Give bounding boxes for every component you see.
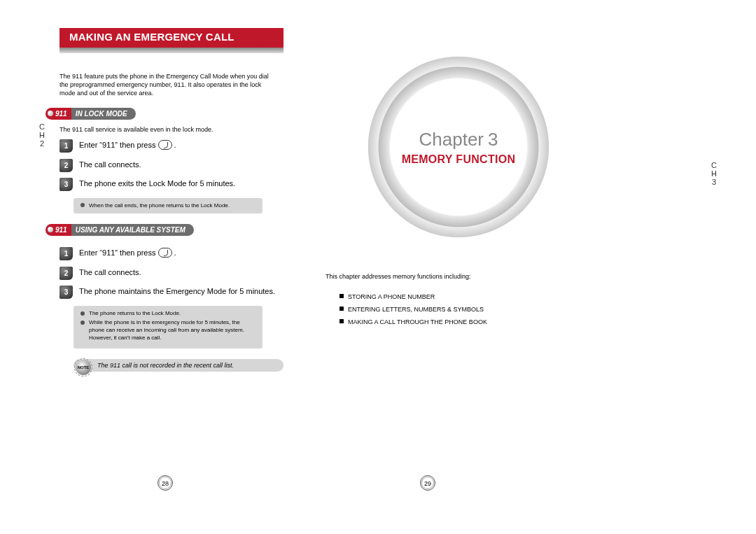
section-label: IN LOCK MODE <box>71 108 136 120</box>
send-key-icon <box>158 140 172 150</box>
section-heading-any-system: 911USING ANY AVAILABLE SYSTEM <box>46 224 194 237</box>
bullet-icon <box>80 321 85 325</box>
toc-item: ENTERING LETTERS, NUMBERS & SYMBOLS <box>340 303 487 316</box>
step-list-1: 1 Enter “911” then press . 2 The call co… <box>59 140 346 189</box>
step-number-icon: 1 <box>59 139 73 153</box>
section-label: USING ANY AVAILABLE SYSTEM <box>71 224 194 236</box>
step-number-icon: 2 <box>59 267 73 280</box>
step-number-icon: 2 <box>59 159 73 172</box>
page-left: MAKING AN EMERGENCY CALL The 911 feature… <box>0 0 378 534</box>
page-number: 28 <box>158 475 173 491</box>
page-number: 29 <box>420 475 435 491</box>
chapter-margin-marker: C H 3 <box>711 161 717 186</box>
section-prefix: 911 <box>46 224 71 236</box>
list-item: 3 The phone maintains the Emergency Mode… <box>59 286 284 297</box>
page-title-bar: MAKING AN EMERGENCY CALL <box>59 28 346 62</box>
chapter-label: Chapter <box>419 129 484 150</box>
toc-item: MAKING A CALL THROUGH THE PHONE BOOK <box>340 316 487 328</box>
note-item: While the phone is in the emergency mode… <box>89 319 255 342</box>
square-bullet-icon <box>340 319 344 323</box>
step-text: Enter “911” then press <box>79 141 155 149</box>
step-text: The phone maintains the Emergency Mode f… <box>79 287 275 295</box>
page-title: MAKING AN EMERGENCY CALL <box>69 31 234 43</box>
step-number-icon: 3 <box>59 286 73 299</box>
note-box: When the call ends, the phone returns to… <box>74 198 262 214</box>
chapter-intro: This chapter addresses memory functions … <box>326 273 606 280</box>
note-text: When the call ends, the phone returns to… <box>89 202 230 209</box>
title-bar-shadow <box>59 48 284 53</box>
step-number-icon: 1 <box>59 247 73 260</box>
step-text: The phone exits the Lock Mode for 5 minu… <box>79 179 235 188</box>
section-prefix: 911 <box>46 108 71 120</box>
section-heading-lock-mode: 911IN LOCK MODE <box>46 108 136 120</box>
note-badge-icon: NOTE <box>76 360 91 375</box>
chapter-title: MEMORY FUNCTION <box>402 153 516 166</box>
note-text: While the phone is in the emergency mode… <box>89 319 244 341</box>
footnote-text: The 911 call is not recorded in the rece… <box>97 362 234 369</box>
step-text: The call connects. <box>79 160 141 169</box>
bullet-icon <box>80 311 85 316</box>
step-list-2: 1 Enter “911” then press . 2 The call co… <box>59 248 346 297</box>
step-text: The call connects. <box>79 268 141 276</box>
note-text: The phone returns to the Lock Mode. <box>89 310 181 316</box>
list-item: 3 The phone exits the Lock Mode for 5 mi… <box>59 178 284 189</box>
list-item: 1 Enter “911” then press . <box>59 140 284 150</box>
square-bullet-icon <box>340 294 344 298</box>
toc-item: STORING A PHONE NUMBER <box>340 290 487 303</box>
bullet-icon <box>80 203 85 207</box>
intro-text: The 911 feature puts the phone in the Em… <box>59 72 270 97</box>
chapter-margin-marker: C H 2 <box>39 122 45 148</box>
section-intro: The 911 call service is available even i… <box>59 126 346 133</box>
step-number-icon: 3 <box>59 178 73 191</box>
chapter-toc: STORING A PHONE NUMBER ENTERING LETTERS,… <box>340 290 487 328</box>
footnote-pill: NOTE The 911 call is not recorded in the… <box>74 359 284 372</box>
list-item: 2 The call connects. <box>59 160 284 170</box>
send-key-icon <box>158 248 172 258</box>
list-item: 2 The call connects. <box>59 267 284 278</box>
chapter-number: 3 <box>488 129 498 150</box>
list-item: 1 Enter “911” then press . <box>59 248 284 258</box>
step-text: Enter “911” then press <box>79 248 155 257</box>
square-bullet-icon <box>340 307 344 311</box>
note-item: The phone returns to the Lock Mode. <box>89 310 255 318</box>
note-box: The phone returns to the Lock Mode. Whil… <box>74 306 262 349</box>
chapter-ring: Chapter3 MEMORY FUNCTION <box>368 56 550 238</box>
